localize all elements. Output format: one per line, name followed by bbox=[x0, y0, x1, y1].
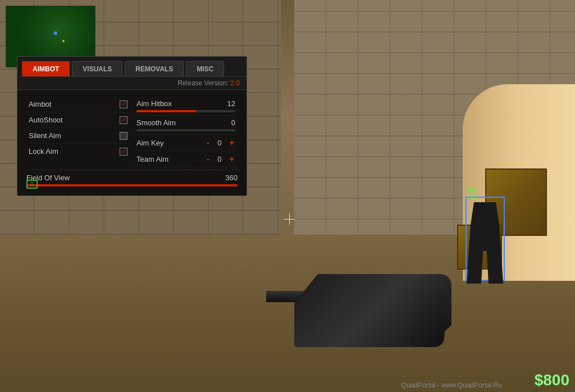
tab-removals[interactable]: REMOVALS bbox=[125, 61, 184, 76]
aim-key-plus[interactable]: + bbox=[229, 138, 235, 147]
minimap-enemy-dot bbox=[54, 31, 57, 35]
aim-hitbox-header: Aim Hitbox 12 bbox=[136, 99, 235, 108]
aim-key-row: Aim Key - 0 + bbox=[134, 135, 238, 151]
cheat-menu: AIMBOT VISUALS REMOVALS MISC Release Ver… bbox=[17, 56, 247, 196]
fov-track[interactable] bbox=[26, 184, 238, 186]
autoshoot-label: AutoShoot bbox=[29, 116, 115, 124]
enemy-health: 1.0g bbox=[467, 193, 477, 199]
lockaim-label: Lock Aim bbox=[29, 147, 115, 156]
aimbot-label: Aimbot bbox=[29, 100, 115, 108]
aimbot-row: Aimbot bbox=[26, 97, 130, 112]
hud-money: $800 bbox=[535, 371, 569, 389]
aim-key-minus[interactable]: - bbox=[206, 138, 211, 147]
smooth-aim-track[interactable] bbox=[136, 129, 235, 131]
fov-value: 360 bbox=[225, 174, 238, 182]
version-bar: Release Version: 2.0 bbox=[17, 77, 247, 90]
lockaim-checkbox[interactable] bbox=[120, 148, 127, 156]
team-aim-row: Team Aim - 0 + bbox=[134, 151, 238, 167]
autoshoot-checkbox[interactable] bbox=[120, 116, 127, 124]
bottom-icon bbox=[26, 180, 38, 189]
tab-misc[interactable]: MISC bbox=[186, 61, 224, 76]
minimap-player-dot bbox=[62, 40, 65, 42]
menu-left-column: Aimbot AutoShoot Silent Aim Lock Aim bbox=[24, 94, 132, 170]
tab-visuals[interactable]: VISUALS bbox=[72, 61, 122, 76]
team-aim-label: Team Aim bbox=[136, 155, 168, 163]
silentaim-label: Silent Aim bbox=[29, 131, 115, 140]
aim-key-label: Aim Key bbox=[136, 139, 163, 147]
smooth-aim-value: 0 bbox=[231, 118, 235, 127]
aim-hitbox-track[interactable] bbox=[136, 110, 235, 112]
gun bbox=[266, 235, 480, 347]
smooth-aim-header: Smooth Aim 0 bbox=[136, 118, 235, 127]
aim-hitbox-label: Aim Hitbox bbox=[136, 99, 172, 108]
aim-hitbox-fill bbox=[136, 110, 196, 112]
aim-hitbox-value: 12 bbox=[227, 99, 235, 108]
gun-handle bbox=[410, 291, 449, 347]
fov-fill bbox=[26, 184, 238, 186]
aim-key-value: 0 bbox=[214, 139, 225, 147]
smooth-aim-label: Smooth Aim bbox=[136, 118, 176, 127]
fov-row: Field Of View 360 bbox=[24, 170, 240, 189]
autoshoot-row: AutoShoot bbox=[26, 112, 130, 128]
lockaim-row: Lock Aim bbox=[26, 144, 130, 159]
team-aim-minus[interactable]: - bbox=[206, 154, 211, 163]
tab-aimbot[interactable]: AIMBOT bbox=[22, 61, 70, 76]
smooth-aim-slider-row: Smooth Aim 0 bbox=[134, 116, 238, 135]
silentaim-checkbox[interactable] bbox=[120, 132, 127, 140]
crosshair bbox=[284, 213, 295, 225]
team-aim-value: 0 bbox=[214, 155, 225, 163]
fov-header: Field Of View 360 bbox=[26, 174, 238, 182]
team-aim-plus[interactable]: + bbox=[229, 154, 235, 163]
menu-tabs: AIMBOT VISUALS REMOVALS MISC bbox=[17, 57, 247, 77]
enemy-label: Test bbox=[467, 186, 478, 193]
menu-content: Aimbot AutoShoot Silent Aim Lock Aim bbox=[17, 90, 247, 195]
silentaim-row: Silent Aim bbox=[26, 128, 130, 144]
aimbot-checkbox[interactable] bbox=[120, 101, 127, 108]
aim-hitbox-slider-row: Aim Hitbox 12 bbox=[134, 97, 238, 116]
menu-right-column: Aim Hitbox 12 Smooth Aim 0 Aim Ke bbox=[132, 94, 240, 170]
watermark-text: QuadPortal - www.QuadPortal.Ru bbox=[401, 381, 502, 389]
